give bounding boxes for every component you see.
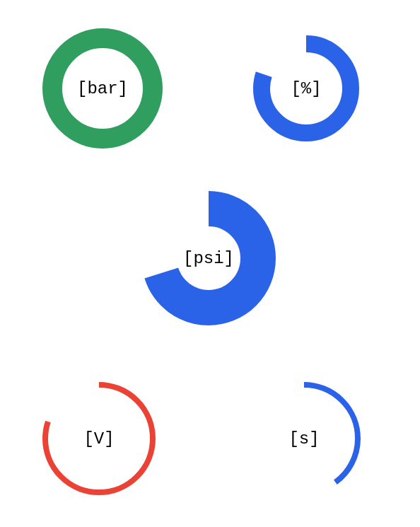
gauge-psi: [psi]	[141, 191, 276, 325]
gauge-psi-label: [psi]	[183, 249, 234, 268]
gauge-bar: [bar]	[42, 28, 163, 149]
gauge-percent: [%]	[253, 35, 359, 141]
gauge-bar-label: [bar]	[77, 79, 128, 98]
gauge-seconds: [s]	[247, 382, 361, 495]
gauge-volts: [V]	[42, 382, 156, 495]
gauge-percent-label: [%]	[291, 79, 321, 98]
gauge-volts-label: [V]	[83, 429, 114, 448]
gauge-seconds-label: [s]	[288, 429, 319, 448]
